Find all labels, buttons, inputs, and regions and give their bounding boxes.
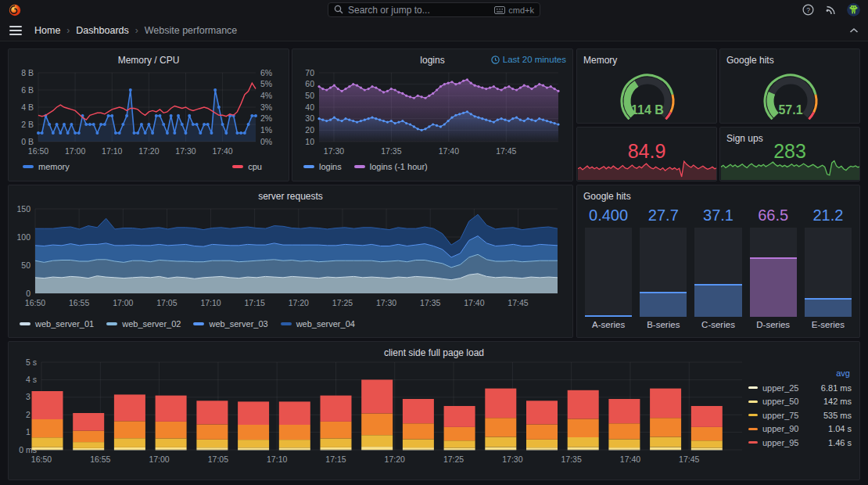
menu-icon[interactable]: [9, 26, 22, 35]
legend-item[interactable]: web_server_02: [106, 319, 181, 329]
svg-text:17:40: 17:40: [620, 454, 640, 464]
svg-text:70: 70: [305, 68, 314, 77]
server-requests-legend: web_server_01web_server_02web_server_03w…: [15, 317, 566, 329]
panel-title[interactable]: server requests: [15, 190, 566, 204]
svg-text:150: 150: [16, 204, 30, 214]
breadcrumb-home[interactable]: Home: [34, 25, 60, 36]
bar-gauge-label: C-series: [694, 317, 741, 329]
svg-text:17:05: 17:05: [156, 298, 177, 307]
user-avatar[interactable]: [847, 3, 860, 16]
svg-text:16:55: 16:55: [69, 298, 89, 307]
svg-text:17:15: 17:15: [325, 454, 346, 464]
svg-text:4 s: 4 s: [26, 375, 37, 384]
panel-logins: logins Last 20 minutes 1020304050607017:…: [292, 48, 573, 181]
panel-google-hits-gauge: Google hits 57.1: [719, 48, 860, 124]
page-load-legend: avg upper_256.81 msupper_50142 msupper_7…: [748, 357, 852, 473]
legend-item[interactable]: memory: [23, 162, 70, 171]
legend-item[interactable]: logins (-1 hour): [354, 162, 428, 171]
legend-swatch-icon: [193, 322, 204, 325]
svg-text:60: 60: [305, 79, 314, 88]
legend-swatch-icon: [281, 322, 292, 325]
svg-text:6%: 6%: [260, 68, 272, 77]
legend-item[interactable]: upper_75535 ms: [748, 408, 852, 422]
page-load-chart[interactable]: 0 ms1 s2 s3 s4 s5 s16:5016:5517:0017:051…: [15, 357, 748, 473]
support-calls-value: 84.9: [577, 140, 716, 163]
news-icon[interactable]: [824, 4, 837, 16]
legend-sort-avg[interactable]: avg: [748, 368, 852, 381]
svg-text:17:30: 17:30: [502, 454, 522, 464]
svg-text:0%: 0%: [260, 137, 272, 146]
svg-text:17:45: 17:45: [679, 454, 699, 464]
legend-item[interactable]: upper_951.46 s: [748, 436, 852, 450]
legend-item[interactable]: upper_256.81 ms: [748, 381, 852, 395]
panel-server-requests: server requests 05010015016:5016:5517:00…: [8, 185, 573, 338]
svg-text:17:30: 17:30: [324, 146, 344, 156]
search-placeholder: Search or jump to...: [348, 5, 490, 16]
logins-chart[interactable]: 1020304050607017:3017:3517:4017:45: [299, 68, 566, 157]
memory-cpu-legend: memorycpu: [15, 160, 282, 171]
svg-text:17:20: 17:20: [289, 298, 309, 307]
legend-item[interactable]: logins: [303, 162, 342, 171]
svg-text:17:30: 17:30: [376, 298, 396, 307]
svg-text:17:40: 17:40: [464, 298, 484, 307]
search-input[interactable]: Search or jump to... cmd+k: [328, 2, 540, 17]
help-icon[interactable]: ?: [802, 4, 814, 16]
svg-text:1%: 1%: [260, 125, 272, 135]
legend-item[interactable]: web_server_04: [281, 319, 355, 329]
server-requests-chart[interactable]: 05010015016:5016:5517:0017:0517:1017:151…: [15, 204, 566, 314]
grafana-logo-icon[interactable]: [8, 3, 22, 17]
svg-text:16:50: 16:50: [31, 454, 52, 464]
svg-text:17:35: 17:35: [561, 454, 582, 464]
breadcrumb-dashboards[interactable]: Dashboards: [76, 25, 128, 36]
memory-gauge: 114 B: [583, 68, 710, 120]
legend-item[interactable]: upper_50142 ms: [748, 395, 852, 409]
legend-swatch-icon: [748, 401, 758, 403]
svg-text:3%: 3%: [260, 102, 272, 112]
svg-text:10: 10: [305, 137, 314, 146]
bar-gauge-column: 0.400A-series: [585, 206, 632, 329]
bar-gauge-column: 37.1C-series: [694, 206, 741, 329]
svg-text:20: 20: [305, 125, 314, 135]
panel-title[interactable]: Memory / CPU: [15, 54, 282, 68]
svg-text:17:30: 17:30: [175, 146, 195, 156]
memory-cpu-chart[interactable]: 0 B2 B4 B6 B8 B0%1%2%3%4%5%6%16:5017:001…: [15, 68, 282, 157]
bar-gauge-column: 66.5D-series: [750, 206, 797, 329]
legend-item[interactable]: upper_901.04 s: [748, 422, 852, 436]
legend-item[interactable]: cpu: [232, 162, 262, 171]
panel-title[interactable]: client side full page load: [15, 347, 853, 357]
legend-swatch-icon: [232, 165, 243, 168]
breadcrumb-current-page: Website performance: [145, 25, 238, 36]
time-range-control[interactable]: Last 20 minutes: [491, 55, 566, 64]
panel-google-hits-bars: Google hits 0.400A-series27.7B-series37.…: [576, 185, 860, 338]
bar-gauge-track: [640, 228, 687, 317]
svg-text:17:40: 17:40: [439, 146, 459, 156]
bar-gauge-column: 21.2E-series: [805, 206, 852, 329]
sign-ups-value: 283: [720, 140, 859, 163]
bar-gauge-value: 27.7: [640, 206, 687, 226]
svg-text:?: ?: [806, 6, 810, 14]
chevron-up-icon[interactable]: [849, 27, 859, 34]
svg-text:4 B: 4 B: [21, 102, 34, 112]
svg-text:17:25: 17:25: [332, 298, 353, 307]
legend-swatch-icon: [748, 414, 758, 416]
panel-title[interactable]: Memory: [583, 54, 710, 68]
top-navigation-bar: Search or jump to... cmd+k ?: [0, 0, 868, 20]
panel-support-calls: 84.9: [576, 127, 717, 181]
breadcrumb: Home › Dashboards › Website performance: [34, 25, 237, 36]
legend-item[interactable]: web_server_01: [20, 319, 94, 329]
svg-text:2%: 2%: [260, 113, 272, 123]
svg-text:50: 50: [305, 91, 314, 100]
legend-item[interactable]: web_server_03: [193, 319, 267, 329]
svg-text:17:35: 17:35: [381, 146, 401, 156]
legend-swatch-icon: [748, 428, 758, 430]
svg-text:8 B: 8 B: [21, 68, 34, 77]
panel-title[interactable]: Google hits: [726, 54, 853, 68]
bar-gauge-track: [585, 228, 632, 317]
svg-text:17:10: 17:10: [267, 454, 287, 464]
bar-gauge-track: [694, 228, 741, 317]
svg-text:5 s: 5 s: [26, 357, 37, 367]
svg-text:57.1: 57.1: [778, 103, 802, 117]
svg-text:40: 40: [305, 102, 314, 112]
panel-title[interactable]: Google hits: [583, 190, 853, 204]
breadcrumb-bar: Home › Dashboards › Website performance: [0, 20, 868, 41]
